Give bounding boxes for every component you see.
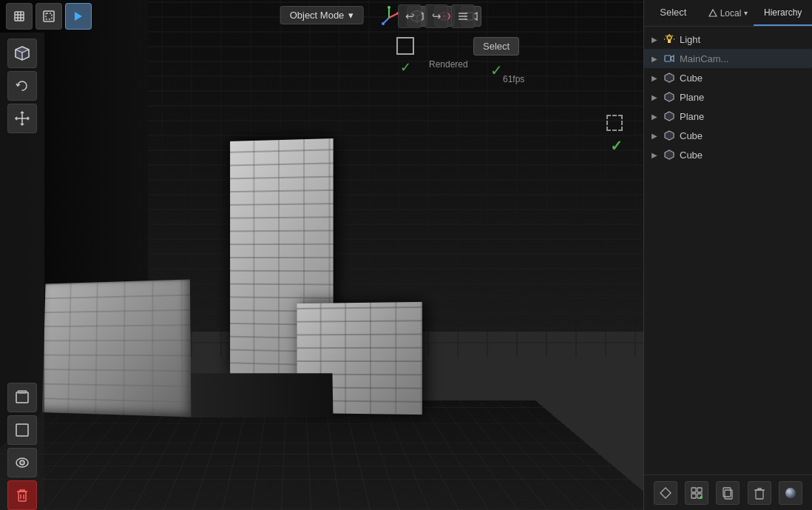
tab-select[interactable]: Select <box>644 0 703 26</box>
selection-checkmark: ✓ <box>610 137 623 155</box>
undo-button[interactable]: ↩ <box>398 4 422 28</box>
play-button[interactable] <box>65 3 92 30</box>
svg-rect-57 <box>691 494 696 498</box>
hierarchy-item-cube2[interactable]: ▶ Cube <box>644 126 812 145</box>
platform-object <box>184 373 333 417</box>
select-button[interactable]: Select <box>473 37 519 56</box>
svg-marker-49 <box>665 73 674 82</box>
svg-rect-55 <box>691 488 696 492</box>
scene-objects <box>0 0 643 510</box>
frame-button[interactable] <box>35 3 62 30</box>
svg-rect-31 <box>16 392 28 403</box>
visibility-button[interactable] <box>7 448 37 477</box>
nav-cube-button[interactable] <box>6 3 33 30</box>
select-tool-button[interactable] <box>7 38 37 68</box>
left-toolbar <box>0 33 44 510</box>
cube-left-object <box>42 279 191 417</box>
hierarchy-arrow: ▶ <box>650 93 659 101</box>
mode-dropdown-icon: ▾ <box>348 10 353 21</box>
rotate-tool-button[interactable] <box>7 71 37 101</box>
svg-line-42 <box>666 36 666 36</box>
hierarchy-tab-label: Hierarchy <box>764 7 802 18</box>
svg-rect-56 <box>697 488 702 492</box>
svg-line-43 <box>672 36 673 36</box>
light-label: Light <box>680 34 806 45</box>
mesh-type-icon <box>663 72 675 84</box>
hierarchy-item-maincam[interactable]: ▶ MainCam... <box>644 49 812 68</box>
mesh-type-icon-plane2 <box>663 110 675 122</box>
tab-hierarchy[interactable]: Hierarchy <box>754 0 812 26</box>
svg-rect-36 <box>18 491 26 501</box>
copy-button[interactable] <box>716 481 740 505</box>
select-controls: Select ✓ <box>473 37 519 79</box>
material-button[interactable] <box>779 481 802 505</box>
svg-rect-6 <box>46 13 52 19</box>
svg-point-13 <box>382 22 385 25</box>
hierarchy-arrow: ▶ <box>650 112 659 121</box>
svg-marker-51 <box>665 112 674 121</box>
svg-rect-63 <box>756 490 763 499</box>
hierarchy-arrow: ▶ <box>650 73 659 82</box>
checkmark-indicator: ✓ <box>490 61 503 79</box>
hierarchy-item-light[interactable]: ▶ Light <box>644 30 812 49</box>
local-label: Local <box>720 8 742 19</box>
svg-point-40 <box>667 36 671 40</box>
hierarchy-arrow: ▶ <box>650 35 659 44</box>
viewport[interactable]: Rendered 61fps ✓ <box>0 0 643 510</box>
svg-point-65 <box>785 488 796 498</box>
cube2-label: Cube <box>680 130 806 141</box>
mesh-type-icon-plane1 <box>663 91 675 103</box>
layers-button[interactable] <box>7 383 37 412</box>
svg-rect-32 <box>18 391 27 393</box>
top-toolbar: Object Mode ▾ <box>0 0 643 33</box>
add-mesh-button[interactable] <box>654 481 677 505</box>
svg-rect-47 <box>665 56 671 61</box>
svg-marker-39 <box>709 10 717 16</box>
right-panel: Select Local ▾ Hierarchy ▶ <box>643 0 812 510</box>
delete-button[interactable] <box>7 480 37 510</box>
selection-box-indicator <box>396 37 414 55</box>
svg-marker-54 <box>660 488 671 498</box>
redo-button[interactable]: ↪ <box>424 4 448 28</box>
plane1-label: Plane <box>680 92 806 103</box>
svg-rect-46 <box>668 40 671 43</box>
select-tab-label: Select <box>660 7 686 18</box>
camera-type-icon <box>663 53 675 64</box>
add-collection-button[interactable] <box>685 481 708 505</box>
plane2-label: Plane <box>680 111 806 122</box>
move-tool-button[interactable] <box>7 104 37 133</box>
mode-selector[interactable]: Object Mode ▾ <box>280 6 364 24</box>
checkmark-icon: ✓ <box>400 59 411 76</box>
hierarchy-item-plane1[interactable]: ▶ Plane <box>644 87 812 107</box>
cube3-label: Cube <box>680 150 806 161</box>
right-panel-tabs: Select Local ▾ Hierarchy <box>644 0 812 27</box>
mode-label: Object Mode <box>290 10 345 21</box>
hierarchy-arrow: ▶ <box>650 150 659 159</box>
hierarchy-item-cube1[interactable]: ▶ Cube <box>644 68 812 87</box>
svg-rect-33 <box>16 424 28 436</box>
local-dropdown[interactable]: Local ▾ <box>703 0 754 26</box>
svg-point-12 <box>388 6 390 9</box>
hierarchy-list: ▶ Light ▶ <box>644 27 812 474</box>
hierarchy-arrow: ▶ <box>650 131 659 140</box>
mesh-type-icon-cube2 <box>663 130 675 141</box>
rendered-label: Rendered <box>429 59 468 70</box>
remove-button[interactable] <box>748 481 771 505</box>
mesh-type-icon-cube3 <box>663 149 675 161</box>
svg-rect-0 <box>15 12 24 21</box>
maincam-label: MainCam... <box>680 53 806 64</box>
svg-line-8 <box>389 13 398 18</box>
hierarchy-arrow: ▶ <box>650 54 659 63</box>
svg-rect-5 <box>44 11 54 21</box>
hierarchy-item-cube3[interactable]: ▶ Cube <box>644 145 812 164</box>
svg-marker-50 <box>665 93 674 101</box>
frame-select-button[interactable] <box>7 415 37 445</box>
svg-marker-52 <box>665 131 674 140</box>
hierarchy-item-plane2[interactable]: ▶ Plane <box>644 107 812 126</box>
local-dropdown-icon: ▾ <box>744 9 748 17</box>
svg-point-35 <box>20 460 24 465</box>
right-panel-bottom-toolbar <box>644 474 812 510</box>
menu-button[interactable] <box>451 4 475 28</box>
select-area: ✓ <box>396 37 414 76</box>
light-type-icon <box>663 33 675 45</box>
